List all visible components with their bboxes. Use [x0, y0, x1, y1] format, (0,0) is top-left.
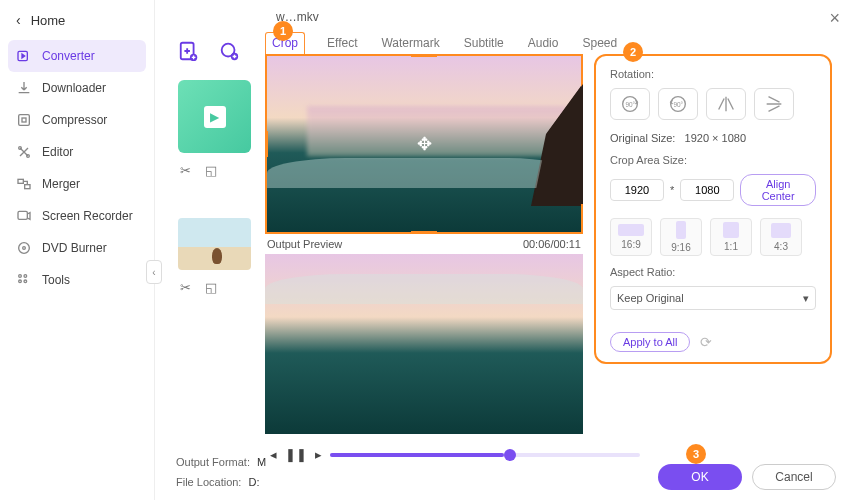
ratio-label: 9:16 — [671, 242, 690, 253]
svg-point-11 — [24, 275, 27, 278]
seek-fill — [330, 453, 504, 457]
sidebar-item-label: Compressor — [42, 113, 107, 127]
next-frame-button[interactable]: ▸ — [315, 447, 322, 462]
sidebar-item-label: Merger — [42, 177, 80, 191]
sidebar: ‹ Home Converter Downloader Compressor E… — [0, 0, 155, 500]
clip-thumbnail-2[interactable] — [178, 218, 251, 270]
crop-preview[interactable]: ✥ — [265, 54, 583, 234]
original-size-label: Original Size: — [610, 132, 675, 144]
sidebar-item-downloader[interactable]: Downloader — [0, 72, 154, 104]
badge-1: 1 — [273, 21, 293, 41]
svg-rect-7 — [18, 211, 27, 219]
dvd-burner-icon — [16, 240, 32, 256]
rotation-label: Rotation: — [610, 68, 816, 80]
sidebar-item-converter[interactable]: Converter — [8, 40, 146, 72]
svg-text:90°: 90° — [625, 101, 635, 108]
rotate-cw-button[interactable]: 90° — [610, 88, 650, 120]
svg-text:90°: 90° — [673, 101, 683, 108]
preview-time: 00:06/00:11 — [523, 238, 581, 250]
ratio-9-16-button[interactable]: 9:16 — [660, 218, 702, 256]
clip-thumbnail-1[interactable]: ▶ — [178, 80, 251, 153]
ratio-label: 16:9 — [621, 239, 640, 250]
ok-button[interactable]: OK — [658, 464, 742, 490]
prev-frame-button[interactable]: ◂ — [270, 447, 277, 462]
flip-vertical-button[interactable] — [754, 88, 794, 120]
home-label: Home — [31, 13, 66, 28]
sidebar-item-label: Converter — [42, 49, 95, 63]
back-icon: ‹ — [16, 12, 21, 28]
sidebar-item-label: Tools — [42, 273, 70, 287]
seek-knob[interactable] — [504, 449, 516, 461]
svg-point-12 — [19, 280, 22, 283]
cut-icon[interactable]: ✂ — [180, 280, 191, 295]
svg-point-9 — [23, 247, 26, 250]
home-link[interactable]: ‹ Home — [0, 0, 154, 40]
cut-icon[interactable]: ✂ — [180, 163, 191, 178]
sidebar-item-screen-recorder[interactable]: Screen Recorder — [0, 200, 154, 232]
sidebar-item-compressor[interactable]: Compressor — [0, 104, 154, 136]
move-handle-icon[interactable]: ✥ — [417, 133, 432, 155]
file-location-label: File Location: — [176, 476, 241, 488]
crop-icon[interactable]: ◱ — [205, 163, 217, 178]
output-format-value: M — [257, 456, 266, 468]
crop-icon[interactable]: ◱ — [205, 280, 217, 295]
sidebar-item-editor[interactable]: Editor — [0, 136, 154, 168]
times-symbol: * — [670, 184, 674, 196]
crop-height-input[interactable] — [680, 179, 734, 201]
ratio-label: 4:3 — [774, 241, 788, 252]
seek-slider[interactable] — [330, 453, 640, 457]
svg-point-13 — [24, 280, 27, 283]
merger-icon — [16, 176, 32, 192]
crop-area-size-label: Crop Area Size: — [610, 154, 816, 166]
pause-button[interactable]: ❚❚ — [285, 447, 307, 462]
flip-horizontal-button[interactable] — [706, 88, 746, 120]
crop-width-input[interactable] — [610, 179, 664, 201]
close-button[interactable]: × — [829, 8, 840, 29]
sidebar-item-tools[interactable]: Tools — [0, 264, 154, 296]
sidebar-item-dvd-burner[interactable]: DVD Burner — [0, 232, 154, 264]
svg-point-8 — [19, 243, 30, 254]
play-icon: ▶ — [204, 106, 226, 128]
cancel-button[interactable]: Cancel — [752, 464, 836, 490]
badge-2: 2 — [623, 42, 643, 62]
rotate-ccw-button[interactable]: 90° — [658, 88, 698, 120]
crop-handle-left[interactable] — [265, 131, 268, 157]
ratio-4-3-button[interactable]: 4:3 — [760, 218, 802, 256]
crop-handle-top[interactable] — [411, 54, 437, 57]
aspect-ratio-value: Keep Original — [617, 292, 684, 304]
sidebar-item-merger[interactable]: Merger — [0, 168, 154, 200]
add-file-icon[interactable] — [178, 40, 200, 62]
preview-decoration — [267, 158, 581, 188]
sidebar-item-label: DVD Burner — [42, 241, 107, 255]
chevron-down-icon: ▾ — [803, 292, 809, 305]
tools-icon — [16, 272, 32, 288]
crop-settings-panel: Rotation: 90° 90° Original Size: 1920 × … — [594, 54, 832, 364]
ratio-16-9-button[interactable]: 16:9 — [610, 218, 652, 256]
preview-area: ✥ Output Preview 00:06/00:11 — [265, 54, 583, 434]
screen-recorder-icon — [16, 208, 32, 224]
svg-point-10 — [19, 275, 22, 278]
output-preview — [265, 254, 583, 434]
svg-rect-2 — [22, 118, 26, 122]
aspect-ratio-select[interactable]: Keep Original ▾ — [610, 286, 816, 310]
queue-column: ▶ ✂ ◱ ✂ ◱ — [168, 40, 268, 295]
downloader-icon — [16, 80, 32, 96]
aspect-ratio-label: Aspect Ratio: — [610, 266, 816, 278]
collapse-sidebar-button[interactable]: ‹ — [146, 260, 162, 284]
file-location-value: D: — [249, 476, 260, 488]
converter-icon — [16, 48, 32, 64]
reset-icon[interactable]: ⟳ — [700, 334, 712, 350]
compressor-icon — [16, 112, 32, 128]
original-size-value: 1920 × 1080 — [685, 132, 746, 144]
add-folder-icon[interactable] — [218, 40, 240, 62]
ratio-1-1-button[interactable]: 1:1 — [710, 218, 752, 256]
badge-3: 3 — [686, 444, 706, 464]
output-format-label: Output Format: — [176, 456, 250, 468]
crop-handle-bottom[interactable] — [411, 231, 437, 234]
apply-to-all-button[interactable]: Apply to All — [610, 332, 690, 352]
svg-rect-5 — [18, 179, 23, 183]
output-preview-label: Output Preview — [267, 238, 342, 250]
ratio-label: 1:1 — [724, 241, 738, 252]
align-center-button[interactable]: Align Center — [740, 174, 816, 206]
sidebar-item-label: Screen Recorder — [42, 209, 133, 223]
